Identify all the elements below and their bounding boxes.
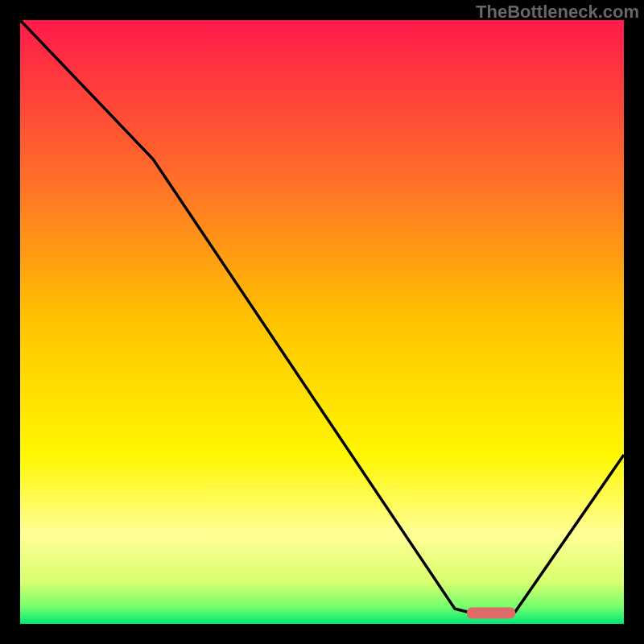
optimal-zone-marker xyxy=(467,608,515,619)
watermark-text: TheBottleneck.com xyxy=(476,2,639,23)
chart-container: TheBottleneck.com xyxy=(0,0,644,644)
chart-svg xyxy=(20,20,624,624)
plot-background xyxy=(20,20,624,624)
